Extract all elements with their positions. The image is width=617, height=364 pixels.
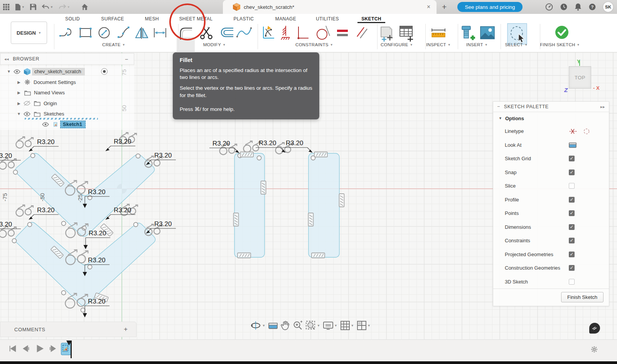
finish-sketch-tool-icon[interactable] xyxy=(554,25,570,40)
visibility-eye-icon[interactable] xyxy=(13,69,20,74)
ribbon-tab-mesh[interactable]: MESH xyxy=(145,16,159,22)
points-checkbox[interactable]: ✓ xyxy=(569,210,575,216)
spline-tool-icon[interactable] xyxy=(116,25,132,40)
slice-checkbox[interactable] xyxy=(569,183,575,189)
home-icon[interactable] xyxy=(81,4,88,10)
redo-icon[interactable]: ▼ xyxy=(59,4,70,10)
orbit-icon[interactable]: ▼ xyxy=(250,320,265,330)
insert-fastener-tool-icon[interactable] xyxy=(459,24,476,42)
group-menu-select[interactable]: SELECT▼ xyxy=(505,42,528,47)
group-menu-constraints[interactable]: CONSTRAINTS▼ xyxy=(295,42,333,47)
look-at-icon[interactable] xyxy=(268,321,278,330)
ribbon-tab-manage[interactable]: MANAGE xyxy=(275,16,296,22)
group-menu-finish-sketch[interactable]: FINISH SKETCH▼ xyxy=(540,42,580,47)
group-menu-insert[interactable]: INSERT▼ xyxy=(466,42,488,47)
browser-item-sketch1[interactable]: Sketch1 xyxy=(0,119,134,130)
display-settings-icon[interactable]: ▼ xyxy=(323,321,337,330)
browser-item-label[interactable]: chev_sketch_scratch xyxy=(32,68,85,75)
ribbon-tab-solid[interactable]: SOLID xyxy=(65,16,80,22)
browser-item-label[interactable]: Sketch1 xyxy=(60,121,86,128)
see-plans-button[interactable]: See plans and pricing xyxy=(457,2,523,12)
dimension-tool-icon[interactable] xyxy=(152,25,168,40)
constraints-checkbox[interactable]: ✓ xyxy=(569,238,575,243)
viewcube[interactable]: TOP xyxy=(569,66,591,89)
viewports-icon[interactable]: ▼ xyxy=(357,320,371,330)
save-icon[interactable] xyxy=(30,4,36,10)
configuration-table-tool-icon[interactable] xyxy=(398,24,415,42)
browser-item-sketches[interactable]: ▼Sketches xyxy=(0,109,134,119)
ribbon-tab-surface[interactable]: SURFACE xyxy=(101,16,124,22)
projected-geometries-checkbox[interactable]: ✓ xyxy=(569,252,575,257)
parallel-constraint-icon[interactable] xyxy=(355,25,369,40)
activate-component-radio[interactable] xyxy=(101,68,108,75)
offset-tool-icon[interactable] xyxy=(218,25,235,40)
playback-skip-start-icon[interactable] xyxy=(8,344,17,353)
snap-checkbox[interactable]: ✓ xyxy=(569,169,575,175)
measure-tool-icon[interactable] xyxy=(430,25,447,40)
fix-constraint-icon[interactable] xyxy=(278,24,293,41)
file-menu-icon[interactable]: ▼ xyxy=(15,4,25,10)
playback-step-forward-icon[interactable] xyxy=(49,344,57,353)
browser-item-document-settings[interactable]: ▶Document Settings xyxy=(0,77,134,88)
timeline-settings-gear-icon[interactable] xyxy=(590,345,598,354)
tangent-constraint-icon[interactable] xyxy=(314,24,332,41)
browser-minimize-icon[interactable]: − xyxy=(125,56,128,62)
3d-sketch-checkbox[interactable] xyxy=(569,279,575,285)
grid-settings-icon[interactable]: ▼ xyxy=(340,320,354,330)
look-at-icon[interactable] xyxy=(569,142,577,148)
centerline-linetype-icon[interactable] xyxy=(583,128,590,134)
trim-tool-icon[interactable] xyxy=(199,25,214,40)
playback-play-icon[interactable] xyxy=(35,344,44,353)
workspace-selector[interactable]: DESIGN▼ xyxy=(11,22,47,44)
help-icon[interactable]: ? xyxy=(588,3,596,11)
browser-item-named-views[interactable]: ▶Named Views xyxy=(0,87,134,98)
construction-linetype-icon[interactable] xyxy=(569,128,577,134)
undo-icon[interactable]: ▼ xyxy=(42,4,53,10)
ribbon-tab-sheet-metal[interactable]: SHEET METAL xyxy=(179,16,213,22)
job-status-icon[interactable] xyxy=(560,3,568,11)
app-grid-icon[interactable] xyxy=(3,4,10,10)
profile-checkbox[interactable]: ✓ xyxy=(569,197,575,203)
pan-icon[interactable] xyxy=(281,320,290,330)
visibility-eye-icon[interactable] xyxy=(42,122,49,127)
curve-tool-icon[interactable] xyxy=(236,25,253,40)
line-tool-icon[interactable] xyxy=(59,25,74,40)
palette-dock-icon[interactable]: ▸▸ xyxy=(600,104,605,109)
expander-right-icon[interactable]: ▶ xyxy=(17,91,21,95)
browser-item-label[interactable]: Document Settings xyxy=(34,79,76,85)
dimensions-checkbox[interactable]: ✓ xyxy=(569,224,575,230)
expander-down-icon[interactable]: ▼ xyxy=(7,69,11,74)
browser-item-chev_sketch_scratch[interactable]: ▼chev_sketch_scratch xyxy=(0,66,134,77)
rectangle-tool-icon[interactable] xyxy=(78,25,93,40)
ribbon-tab-sketch[interactable]: SKETCH xyxy=(361,16,381,22)
finish-sketch-button[interactable]: Finish Sketch xyxy=(561,292,604,302)
insert-image-tool-icon[interactable] xyxy=(479,25,496,40)
group-menu-configure[interactable]: CONFIGURE▼ xyxy=(381,42,413,47)
browser-collapse-icon[interactable]: ◂◂ xyxy=(4,57,9,62)
visibility-eye-icon[interactable] xyxy=(24,112,30,116)
extensions-icon[interactable] xyxy=(545,3,553,11)
browser-item-label[interactable]: Origin xyxy=(44,101,57,106)
circle-tool-icon[interactable] xyxy=(96,25,112,40)
comments-bar[interactable]: COMMENTS + xyxy=(0,322,137,337)
configuration-tool-icon[interactable] xyxy=(378,24,395,42)
user-avatar[interactable]: SK xyxy=(603,2,613,12)
browser-item-label[interactable]: Sketches xyxy=(44,111,64,117)
expander-right-icon[interactable]: ▶ xyxy=(17,80,21,84)
timeline-playhead[interactable] xyxy=(71,341,72,358)
feedback-bubble-icon[interactable] xyxy=(589,323,600,334)
close-tab-icon[interactable]: × xyxy=(427,3,430,10)
ribbon-tab-plastic[interactable]: PLASTIC xyxy=(234,16,254,22)
palette-minimize-icon[interactable]: − xyxy=(497,104,500,109)
new-tab-icon[interactable]: + xyxy=(442,2,447,12)
add-comment-icon[interactable]: + xyxy=(124,325,128,333)
fillet-tool-icon[interactable] xyxy=(177,25,194,42)
rect-profile-2[interactable] xyxy=(308,153,339,257)
perpendicular-constraint-icon[interactable] xyxy=(295,24,311,41)
notifications-icon[interactable] xyxy=(575,3,582,11)
palette-options-section[interactable]: ▼ Options xyxy=(493,112,609,124)
sketch-dimension-tool-icon[interactable] xyxy=(260,24,277,41)
browser-item-origin[interactable]: ▶Origin xyxy=(0,98,134,109)
equal-constraint-icon[interactable] xyxy=(335,26,349,40)
mirror-tool-icon[interactable] xyxy=(134,25,150,40)
